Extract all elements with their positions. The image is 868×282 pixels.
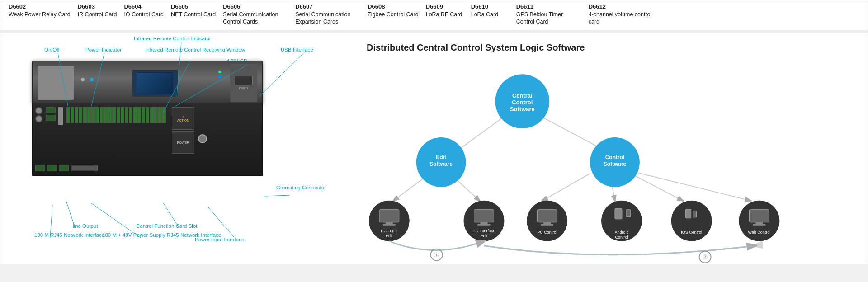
left-diagram: On/Off Power Indicator Infrared Remote C… (0, 33, 344, 264)
svg-text:PC Control: PC Control (537, 230, 557, 235)
svg-text:Android: Android (614, 230, 628, 235)
device-lcd (132, 70, 178, 97)
table-cell: D6604IO Control Card (120, 2, 167, 19)
device-image: D6601 (32, 61, 267, 214)
svg-line-16 (542, 174, 590, 201)
power-input-label: Power Input Interface (195, 237, 244, 242)
svg-rect-48 (615, 208, 622, 219)
svg-text:PC Interface: PC Interface (473, 229, 495, 233)
device-rear-panel: ⚠ACTION POWER (32, 103, 263, 176)
svg-rect-45 (541, 224, 553, 226)
line-output-label: line Output (73, 223, 98, 229)
svg-text:Control: Control (615, 235, 628, 240)
svg-rect-31 (379, 210, 399, 222)
usb-label: USB Interface (281, 47, 313, 52)
svg-text:Control: Control (605, 154, 625, 160)
svg-line-12 (457, 115, 507, 151)
svg-text:Software: Software (604, 161, 627, 167)
svg-text:Edit: Edit (386, 234, 393, 238)
svg-rect-33 (383, 224, 396, 226)
diagram-title: Distributed Central Control System Logic… (367, 42, 859, 53)
svg-rect-53 (686, 209, 691, 218)
svg-rect-59 (753, 224, 765, 226)
table-cell: D6608Zigbee Control Card (364, 2, 422, 19)
table-cell: D6602Weak Power Relay Card (5, 2, 74, 19)
svg-text:Central: Central (512, 93, 533, 99)
svg-text:①: ① (434, 251, 439, 258)
svg-text:Software: Software (510, 106, 535, 113)
infrared-indicator-label: Infrared Remote Control Indicator (134, 36, 211, 41)
table-cell: D6603IR Control Card (74, 2, 121, 19)
svg-line-19 (637, 173, 750, 201)
svg-text:Web Control: Web Control (748, 230, 771, 235)
right-diagram: Distributed Central Control System Logic… (344, 33, 868, 264)
svg-text:Control: Control (512, 99, 533, 106)
svg-rect-57 (749, 210, 769, 222)
svg-line-6 (265, 195, 290, 196)
logic-diagram-svg: Central Control Software Edit Software C… (344, 56, 868, 264)
svg-text:Software: Software (429, 161, 453, 167)
table-cell: D6605NET Control Card (167, 2, 219, 19)
table-cell: D6609LoRa RF Card (422, 2, 467, 19)
grounding-label: Grounding Connector (276, 185, 326, 190)
table-cell: D6606Serial Communication Control Cards (219, 2, 292, 26)
main-content: On/Off Power Indicator Infrared Remote C… (0, 33, 868, 263)
on-off-label: On/Off (44, 47, 60, 52)
table-cell: D6610LoRa Card (467, 2, 513, 19)
svg-line-13 (538, 115, 606, 151)
top-table-section: D6602Weak Power Relay CardD6603IR Contro… (0, 0, 868, 30)
svg-rect-54 (693, 211, 697, 217)
svg-rect-37 (474, 210, 494, 222)
svg-text:Edit: Edit (481, 234, 488, 238)
svg-text:②: ② (702, 254, 708, 261)
svg-rect-39 (477, 224, 490, 226)
svg-text:PC Logic: PC Logic (381, 229, 398, 233)
svg-point-52 (671, 201, 712, 241)
table-cell: D6607Serial Communication Expansion Card… (292, 2, 364, 26)
device-front-panel: D6601 (32, 61, 263, 103)
top-table-row: D6602Weak Power Relay CardD6603IR Contro… (5, 2, 863, 26)
device-left-section (38, 66, 74, 100)
table-cell: D6611GPS Beidou Timer Control Card (513, 2, 585, 26)
svg-rect-49 (626, 210, 631, 217)
control-card-slot-label: Control Function Card Slot (136, 223, 198, 229)
svg-text:IOS Control: IOS Control (681, 230, 702, 235)
table-cell: D66124-channel volume control card (585, 2, 657, 26)
network-100m-label: 100 M RJ45 Network Interface (34, 232, 104, 238)
power-indicator-label: Power Indicator (85, 47, 122, 52)
svg-text:Edit: Edit (436, 154, 446, 160)
svg-rect-43 (537, 210, 557, 222)
infrared-window-label: Infrared Remote Control Receiving Window (145, 47, 245, 52)
